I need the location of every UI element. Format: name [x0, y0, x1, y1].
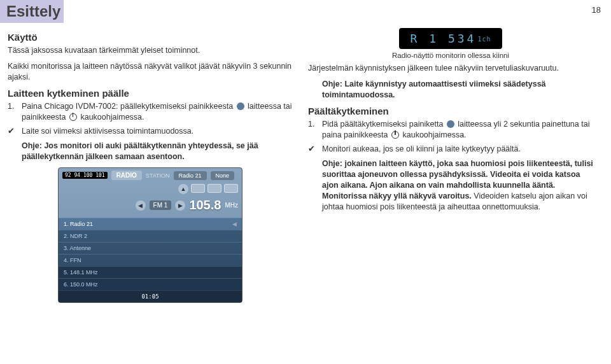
fm-frequency: 105.8 [189, 198, 221, 213]
up-arrow-icon: ▲ [178, 184, 188, 194]
step-number: 1. [308, 119, 322, 141]
heading-kaytto: Käyttö [8, 32, 293, 43]
next-icon: ▶ [175, 200, 185, 211]
preset-3: 3. Antenne [59, 242, 242, 254]
power-off-step-1: 1. Pidä päältäkytkemiseksi painiketta la… [308, 119, 593, 141]
none-badge: None [211, 171, 235, 180]
power-icon [69, 113, 77, 121]
result-text: Monitori aukeaa, jos se oli kiinni ja la… [322, 144, 593, 155]
step-text: Paina Chicago IVDM-7002: päällekytkemise… [22, 101, 293, 123]
radio-icon-row: ▲ [59, 183, 242, 195]
fm-display: ◀ FM 1 ▶ 105.8 MHz [59, 195, 242, 218]
step-text: Pidä päältäkytkemiseksi painiketta laitt… [322, 119, 593, 141]
left-column: Käyttö Tässä jaksossa kuvataan tärkeimmä… [0, 28, 300, 308]
right-column: R 1 5341ch Radio-näyttö monitorin olless… [300, 28, 601, 308]
fm-band: FM 1 [150, 200, 172, 210]
freq-strip: 92 94 100 101 [62, 172, 108, 179]
radio-screenshot: 92 94 100 101 RADIO STATION Radio 21 Non… [58, 167, 242, 303]
note-safety: Ohje: jokainen laitteen käyttö, joka saa… [322, 158, 593, 212]
radio-clock: 01:05 [59, 290, 242, 302]
page-number: 18 [592, 5, 601, 15]
checkmark-icon: ✔ [8, 126, 22, 137]
preset-5: 5. 148.1 MHz [59, 266, 242, 278]
mini-button-2 [207, 184, 221, 193]
preset-4: 4. FFN [59, 254, 242, 266]
radio-top-bar: 92 94 100 101 RADIO STATION Radio 21 Non… [59, 168, 242, 183]
preset-6: 6. 150.0 MHz [59, 278, 242, 290]
preset-arrow-icon: ◀ [232, 221, 237, 227]
welcome-text: Järjestelmän käynnistyksen jälkeen tulee… [308, 63, 593, 74]
prev-icon: ◀ [136, 200, 146, 211]
lcd-caption: Radio-näyttö monitorin ollessa kiinni [308, 52, 593, 59]
on-text-c: kauko­ohjaimessa. [80, 113, 144, 122]
checkmark-icon: ✔ [308, 144, 322, 155]
device-button-icon [447, 120, 454, 128]
note-monitor: Ohje: Jos monitori oli auki päältäkytken… [22, 141, 293, 162]
power-icon [391, 131, 399, 139]
preset-label: 1. Radio 21 [64, 221, 93, 227]
step-number: 1. [8, 101, 22, 123]
fm-unit: MHz [225, 202, 238, 209]
lcd-text: R 1 534 [411, 32, 477, 45]
station-word: STATION [146, 172, 170, 179]
intro-text-2: Kaikki monitorissa ja laitteen näytössä … [8, 61, 293, 83]
heading-power-off: Päältäkytkeminen [308, 106, 593, 116]
content-container: Käyttö Tässä jaksossa kuvataan tärkeimmä… [0, 28, 611, 314]
heading-power-on: Laitteen kytkeminen päälle [8, 88, 293, 99]
preset-list: 1. Radio 21◀ 2. NDR 2 3. Antenne 4. FFN … [59, 218, 242, 290]
tp-icon [224, 184, 238, 193]
preset-1: 1. Radio 21◀ [59, 218, 242, 230]
lcd-suffix: 1ch [477, 36, 491, 43]
off-text-c: kauko­ohjaimessa. [403, 130, 467, 139]
intro-text-1: Tässä jaksossa kuvataan tärkeimmät yleis… [8, 45, 293, 56]
station-name-display: Radio 21 [174, 171, 207, 180]
page-title: Esittely [0, 0, 64, 23]
off-text-a: Pidä päältäkytkemiseksi painiketta [322, 120, 443, 129]
preset-2: 2. NDR 2 [59, 230, 242, 242]
on-text-a: Paina Chicago IVDM-7002: päällekytkemise… [22, 102, 233, 111]
result-text: Laite soi viimeksi aktiivisessa toiminta… [22, 126, 293, 137]
lcd-display: R 1 5341ch [399, 28, 503, 49]
note-autostart: Ohje: Laite käynnistyy automaattisesti v… [322, 79, 593, 101]
power-on-step-1: 1. Paina Chicago IVDM-7002: päällekytkem… [8, 101, 293, 123]
mini-button-1 [191, 184, 205, 193]
radio-mode-badge: RADIO [111, 171, 142, 180]
device-button-icon [237, 102, 244, 110]
power-off-result: ✔ Monitori aukeaa, jos se oli kiinni ja … [308, 144, 593, 155]
power-on-result: ✔ Laite soi viimeksi aktiivisessa toimin… [8, 126, 293, 137]
lcd-display-wrap: R 1 5341ch Radio-näyttö monitorin olless… [308, 28, 593, 59]
